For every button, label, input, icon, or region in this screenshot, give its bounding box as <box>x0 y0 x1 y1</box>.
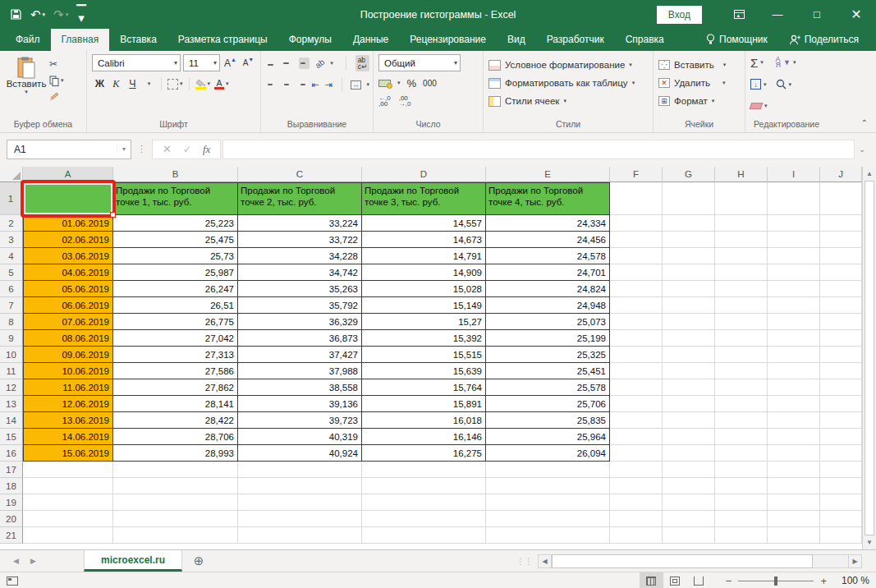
cell-D5[interactable]: 14,909 <box>362 264 486 281</box>
cell-I8[interactable] <box>768 314 820 330</box>
cell-F20[interactable] <box>610 511 663 527</box>
orientation-button[interactable]: ab <box>314 57 327 70</box>
cell-B7[interactable]: 26,51 <box>113 297 238 314</box>
cell-B18[interactable] <box>113 478 238 494</box>
cell-G5[interactable] <box>663 264 715 281</box>
cell-D20[interactable] <box>362 511 486 527</box>
font-size-select[interactable]: 11▾ <box>183 54 220 71</box>
cell-C3[interactable]: 33,722 <box>238 232 362 248</box>
cell-C7[interactable]: 35,792 <box>238 297 362 314</box>
cell-E4[interactable]: 24,578 <box>486 248 610 264</box>
cell-F19[interactable] <box>610 494 663 511</box>
row-header-6[interactable]: 6 <box>0 281 23 297</box>
wrap-text-button[interactable]: abc↵ <box>355 55 369 71</box>
cell-A3[interactable]: 02.06.2019 <box>23 232 113 248</box>
cell-I21[interactable] <box>768 527 820 544</box>
cell-D16[interactable]: 16,275 <box>362 445 486 462</box>
grow-font-button[interactable]: А▲ <box>222 55 238 71</box>
formula-input[interactable] <box>222 140 855 159</box>
cell-C10[interactable]: 37,427 <box>238 347 362 363</box>
cell-I12[interactable] <box>768 379 820 396</box>
cell-C12[interactable]: 38,558 <box>238 379 362 396</box>
cell-D8[interactable]: 15,27 <box>362 314 486 330</box>
cell-J5[interactable] <box>820 264 862 281</box>
cell-E19[interactable] <box>486 494 610 511</box>
cell-B2[interactable]: 25,223 <box>113 215 238 232</box>
shrink-font-button[interactable]: А▼ <box>241 55 256 71</box>
cell-A11[interactable]: 10.06.2019 <box>23 363 113 379</box>
cell-E20[interactable] <box>486 511 610 527</box>
cell-E8[interactable]: 25,073 <box>486 314 610 330</box>
cell-D4[interactable]: 14,791 <box>362 248 486 264</box>
cell-B21[interactable] <box>113 527 238 544</box>
sheet-next-icon[interactable]: ▶ <box>30 557 36 565</box>
cell-A8[interactable]: 07.06.2019 <box>23 314 113 330</box>
cell-C1[interactable]: Продажи по Торговой точке 2, тыс. руб. <box>238 182 362 215</box>
cell-E5[interactable]: 24,701 <box>486 264 610 281</box>
cell-H21[interactable] <box>715 527 768 544</box>
formula-bar-expand-icon[interactable]: ⌄ <box>855 145 869 154</box>
cell-G4[interactable] <box>663 248 715 264</box>
cell-G14[interactable] <box>663 412 715 429</box>
cell-G1[interactable] <box>663 182 715 215</box>
sort-filter-button[interactable]: АЯ▼▾ <box>776 55 796 70</box>
cell-E15[interactable]: 25,964 <box>486 429 610 445</box>
align-top-button[interactable] <box>268 62 277 66</box>
cell-H5[interactable] <box>715 264 768 281</box>
sheet-prev-icon[interactable]: ◀ <box>13 557 19 565</box>
cell-G21[interactable] <box>663 527 715 544</box>
maximize-button[interactable]: □ <box>797 0 837 29</box>
select-all-corner[interactable] <box>0 167 23 182</box>
ribbon-tab-0[interactable]: Файл <box>5 29 51 51</box>
align-middle-button[interactable] <box>283 60 293 67</box>
cell-G10[interactable] <box>663 347 715 363</box>
cell-B6[interactable]: 26,247 <box>113 281 238 297</box>
row-header-19[interactable]: 19 <box>0 494 23 511</box>
cell-A4[interactable]: 03.06.2019 <box>23 248 113 264</box>
cell-E2[interactable]: 24,334 <box>486 215 610 232</box>
cell-B20[interactable] <box>113 511 238 527</box>
underline-button[interactable]: Ч <box>125 76 140 92</box>
increase-decimal-button[interactable]: ←,0,00 <box>378 95 391 107</box>
cell-E11[interactable]: 25,451 <box>486 363 610 379</box>
cell-I15[interactable] <box>768 429 820 445</box>
column-header-F[interactable]: F <box>610 167 663 182</box>
orientation-dropdown[interactable]: ▾ <box>330 60 333 67</box>
cell-H17[interactable] <box>715 462 768 478</box>
cell-J6[interactable] <box>820 281 862 297</box>
vertical-scroll-thumb[interactable] <box>865 181 874 535</box>
ribbon-tab-5[interactable]: Данные <box>342 29 399 51</box>
column-header-J[interactable]: J <box>820 167 862 182</box>
ribbon-tab-7[interactable]: Вид <box>497 29 536 51</box>
minimize-button[interactable]: — <box>758 0 797 29</box>
cell-D11[interactable]: 15,639 <box>362 363 486 379</box>
cell-E9[interactable]: 25,199 <box>486 330 610 347</box>
cell-A1[interactable] <box>23 182 113 215</box>
row-header-21[interactable]: 21 <box>0 527 23 544</box>
font-family-select[interactable]: Calibri▾ <box>92 54 181 71</box>
row-header-14[interactable]: 14 <box>0 412 23 429</box>
cell-E6[interactable]: 24,824 <box>486 281 610 297</box>
format-as-table-button[interactable]: Форматировать как таблицу▾ <box>488 74 649 92</box>
cell-E16[interactable]: 26,094 <box>486 445 610 462</box>
row-header-5[interactable]: 5 <box>0 264 23 281</box>
cell-I16[interactable] <box>768 445 820 462</box>
cell-G16[interactable] <box>663 445 715 462</box>
borders-button[interactable]: ▾ <box>166 76 185 92</box>
view-page-layout-button[interactable] <box>663 572 687 588</box>
cell-I10[interactable] <box>768 347 820 363</box>
cell-H10[interactable] <box>715 347 768 363</box>
undo-button[interactable]: ↶▾ <box>30 7 45 22</box>
cell-F6[interactable] <box>610 281 663 297</box>
row-header-11[interactable]: 11 <box>0 363 23 379</box>
cell-H16[interactable] <box>715 445 768 462</box>
scroll-right-icon[interactable]: ▶ <box>848 554 862 568</box>
cell-E14[interactable]: 25,835 <box>486 412 610 429</box>
tab-share[interactable]: Поделиться <box>778 29 869 51</box>
cell-D12[interactable]: 15,764 <box>362 379 486 396</box>
cell-I1[interactable] <box>768 182 820 215</box>
cell-C15[interactable]: 40,319 <box>238 429 362 445</box>
cell-B5[interactable]: 25,987 <box>113 264 238 281</box>
comma-style-button[interactable]: 000 <box>423 79 437 88</box>
cell-D15[interactable]: 16,146 <box>362 429 486 445</box>
